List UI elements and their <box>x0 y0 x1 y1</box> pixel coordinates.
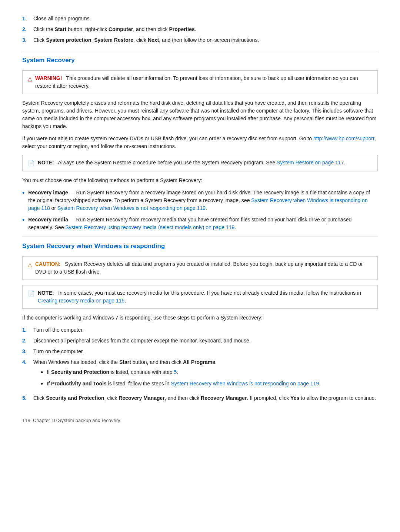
system-recovery-title: System Recovery <box>22 51 378 67</box>
srr-sub-text-2: If Productivity and Tools is listed, fol… <box>47 380 320 389</box>
srr-step-text-5: Click Security and Protection, click Rec… <box>33 394 376 402</box>
sr-not-responding-link[interactable]: System Recovery when Windows is not resp… <box>57 205 206 211</box>
sr-bullet-1: • Recovery image — Run System Recovery f… <box>22 189 378 212</box>
srr-note-text: NOTE: In some cases, you must use recove… <box>38 289 372 305</box>
sr-note-text: NOTE: Always use the System Restore proc… <box>38 159 345 167</box>
srr-note-box: 📄 NOTE: In some cases, you must use reco… <box>22 285 378 309</box>
srr-sub-bullet-2: • If Productivity and Tools is listed, f… <box>41 380 320 389</box>
srr-step-num-4: 4. <box>22 358 33 391</box>
srr-note-end: . <box>124 298 126 304</box>
sr-bullet-text-2: Recovery media — Run System Recovery fro… <box>28 216 378 231</box>
caution-body: System Recovery deletes all data and pro… <box>35 261 363 275</box>
step-num-1: 1. <box>22 15 33 23</box>
srr-step-4: 4. When Windows has loaded, click the St… <box>22 358 378 391</box>
srr-step-5: 5. Click Security and Protection, click … <box>22 394 378 402</box>
sr-note-label: NOTE: <box>38 160 54 165</box>
sr-note-box: 📄 NOTE: Always use the System Restore pr… <box>22 155 378 172</box>
bullet-dot-2: • <box>22 215 24 231</box>
creating-media-link[interactable]: Creating recovery media on page 115 <box>38 298 124 304</box>
sr-bullet-list: • Recovery image — Run System Recovery f… <box>22 189 378 231</box>
srr-sub-bullet-list: • If Security and Protection is listed, … <box>33 368 320 389</box>
sr-bullet-text-1: Recovery image — Run System Recovery fro… <box>28 189 378 212</box>
srr-note-start: In some cases, you must use recovery med… <box>58 290 361 296</box>
warning-box: △ WARNING! This procedure will delete al… <box>22 70 378 94</box>
srr-step-num-3: 3. <box>22 348 33 355</box>
bullet-dot-1: • <box>22 188 24 212</box>
step-num-3: 3. <box>22 36 33 44</box>
warning-text: WARNING! This procedure will delete all … <box>35 74 372 90</box>
sr-media-link[interactable]: System Recovery using recovery media (se… <box>65 224 234 230</box>
srr-steps-list: 1. Turn off the computer. 2. Disconnect … <box>22 326 378 402</box>
intro-step-1: 1. Close all open programs. <box>22 15 378 23</box>
system-recovery-section: System Recovery △ WARNING! This procedur… <box>22 51 378 231</box>
srr-step-num-5: 5. <box>22 394 33 402</box>
srr-sub-bullet-1: • If Security and Protection is listed, … <box>41 368 320 378</box>
step-text-2: Click the Start button, right-click Comp… <box>33 26 196 33</box>
srr-note-label: NOTE: <box>38 290 54 296</box>
srr-step-text-3: Turn on the computer. <box>33 348 84 355</box>
srr-step-num-1: 1. <box>22 326 33 334</box>
sr-note-end: . <box>344 160 345 165</box>
caution-text: CAUTION: System Recovery deletes all dat… <box>35 260 372 276</box>
srr-step-2: 2. Disconnect all peripheral devices fro… <box>22 337 378 345</box>
step-text-1: Close all open programs. <box>33 15 91 23</box>
warning-body: This procedure will delete all user info… <box>35 75 358 89</box>
sr-not-responding-link2[interactable]: System Recovery when Windows is not resp… <box>171 381 319 387</box>
srr-step-3: 3. Turn on the computer. <box>22 348 378 355</box>
system-restore-link[interactable]: System Restore on page 117 <box>277 160 344 165</box>
intro-step-3: 3. Click System protection, System Resto… <box>22 36 378 44</box>
caution-label: CAUTION: <box>35 261 60 267</box>
step5-link[interactable]: 5 <box>174 369 177 375</box>
sr-responding-title: System Recovery when Windows is respondi… <box>22 237 378 252</box>
srr-step-1: 1. Turn off the computer. <box>22 326 378 334</box>
sr-para2: If you were not able to create system re… <box>22 135 378 150</box>
step-num-2: 2. <box>22 26 33 33</box>
hp-support-link[interactable]: http://www.hp.com/support <box>313 135 374 141</box>
footer-text: 118 <box>22 418 30 423</box>
srr-step-num-2: 2. <box>22 337 33 345</box>
sr-choose-para: You must choose one of the following met… <box>22 177 378 184</box>
note-icon: 📄 <box>28 159 35 168</box>
srr-step-text-2: Disconnect all peripheral devices from t… <box>33 337 251 345</box>
srr-sub-text-1: If Security and Protection is listed, co… <box>47 368 178 378</box>
caution-icon: △ <box>28 261 32 269</box>
page-footer: 118 Chapter 10 System backup and recover… <box>22 417 378 424</box>
srr-step-text-1: Turn off the computer. <box>33 326 84 334</box>
footer-chapter: Chapter 10 System backup and recovery <box>33 418 120 423</box>
caution-box: △ CAUTION: System Recovery deletes all d… <box>22 256 378 280</box>
sr-bullet-2: • Recovery media — Run System Recovery f… <box>22 216 378 231</box>
srr-note-icon: 📄 <box>28 290 35 298</box>
sub-bullet-dot-1: • <box>41 368 43 378</box>
sr-note-start: Always use the System Restore procedure … <box>58 160 277 165</box>
warning-icon: △ <box>28 75 32 83</box>
warning-label: WARNING! <box>35 75 62 81</box>
srr-intro-para: If the computer is working and Windows 7… <box>22 314 378 322</box>
sr-para2-start: If you were not able to create system re… <box>22 135 313 141</box>
intro-steps-list: 1. Close all open programs. 2. Click the… <box>22 15 378 44</box>
intro-step-2: 2. Click the Start button, right-click C… <box>22 26 378 33</box>
sub-bullet-dot-2: • <box>41 379 43 389</box>
sr-para1: System Recovery completely erases and re… <box>22 99 378 130</box>
srr-step-text-4: When Windows has loaded, click the Start… <box>33 358 320 391</box>
sr-responding-section: System Recovery when Windows is respondi… <box>22 237 378 402</box>
step-text-3: Click System protection, System Restore,… <box>33 36 259 44</box>
